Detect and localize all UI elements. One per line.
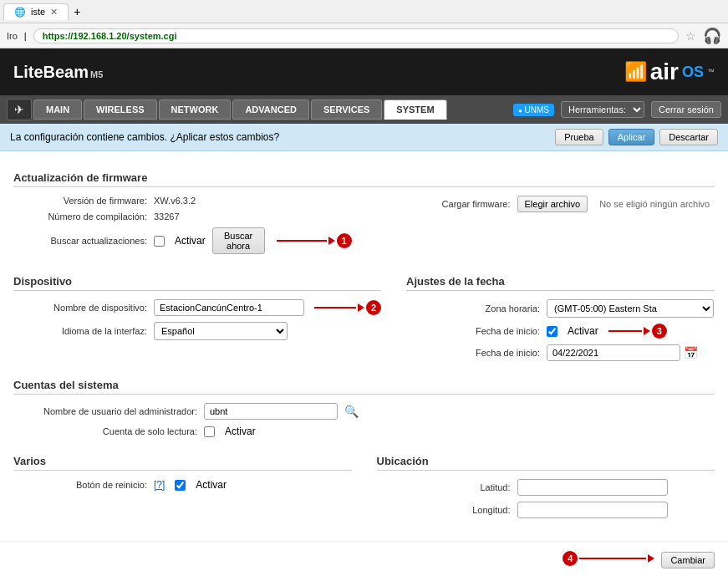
device-lang-label: Idioma de la interfaz: [13,326,147,336]
arrow1-line [277,240,327,242]
device-lang-select[interactable]: Español English [154,322,288,340]
firmware-version-row: Versión de firmware: XW.v6.3.2 [13,196,352,206]
reset-row: Botón de reinicio: [?] Activar [13,479,352,491]
lat-label: Latitud: [377,482,511,492]
firmware-check-label: Buscar actualizaciones: [13,236,147,246]
main-content: Actualización de firmware Versión de fir… [0,151,728,533]
annotation-2: 2 [366,300,381,315]
airos-text: air [650,59,679,85]
tab-network[interactable]: NETWORK [159,99,232,120]
datetime-section: Ajustes de la fecha Zona horaria: (GMT-0… [406,263,715,367]
annotation-4: 4 [563,551,578,566]
apply-button[interactable]: Aplicar [608,129,655,145]
start-date2-row: Fecha de inicio: 04/22/2021 📅 [406,344,715,361]
firmware-left: Versión de firmware: XW.v6.3.2 Número de… [13,196,352,260]
lon-label: Longitud: [377,505,511,515]
tab-system[interactable]: SYSTEM [384,99,446,120]
start-date-activate-checkbox[interactable] [547,326,557,337]
choose-file-button[interactable]: Elegir archivo [517,196,588,212]
firmware-section: Versión de firmware: XW.v6.3.2 Número de… [13,196,715,260]
tab-services[interactable]: SERVICES [311,99,382,120]
admin-user-input[interactable] [204,403,338,420]
tab-favicon: 🌐 [14,7,26,18]
firmware-version-label: Versión de firmware: [13,196,147,206]
device-datetime-row: Dispositivo Nombre de dispositivo: Estac… [13,263,715,367]
firmware-right: Cargar firmware: Elegir archivo No se el… [377,196,715,260]
readonly-checkbox[interactable] [204,426,215,437]
readonly-label: Cuenta de solo lectura: [13,426,197,436]
firmware-check-row: Buscar actualizaciones: Activar Buscar a… [13,227,352,254]
date-input[interactable] [547,344,680,361]
lat-input[interactable] [517,479,668,496]
firmware-upload-label: Cargar firmware: [377,199,511,209]
timezone-label: Zona horaria: [406,303,540,313]
alert-message: La configuración contiene cambios. ¿Apli… [10,131,279,143]
footer: 4 Cambiar [0,541,728,575]
new-tab-button[interactable]: + [69,5,85,18]
firmware-version-value: XW.v6.3.2 [154,196,196,206]
location-section: Ubicación Latitud: Longitud: [377,443,715,524]
tab-close-icon[interactable]: ✕ [50,7,58,18]
logout-button[interactable]: Cerrar sesión [651,101,721,118]
misc-section: Varios Botón de reinicio: [?] Activar [13,443,352,524]
alert-bar: La configuración contiene cambios. ¿Apli… [0,124,728,151]
location-section-title: Ubicación [377,455,715,471]
address-bar[interactable]: https://192.168.1.20/system.cgi [33,28,679,43]
firmware-build-label: Número de compilación: [13,212,147,222]
arrow2-line [314,307,356,308]
firmware-build-row: Número de compilación: 33267 [13,212,352,222]
app-header: LiteBeam M5 📶 airOS ™ [0,48,728,95]
search-now-button[interactable]: Buscar ahora [212,227,265,254]
timezone-select[interactable]: (GMT-05:00) Eastern Sta [547,299,714,318]
readonly-activate-label: Activar [225,426,256,437]
lon-row: Longitud: [377,502,715,518]
device-name-input[interactable] [154,299,304,316]
arrow3-head [644,327,650,335]
calendar-icon[interactable]: 📅 [684,346,698,359]
readonly-row: Cuenta de solo lectura: Activar [13,426,715,437]
tab-advanced[interactable]: ADVANCED [232,99,309,120]
start-date-row: Fecha de inicio: Activar 3 [406,324,715,339]
firmware-activate-label: Activar [175,235,206,247]
nav-right: ● UNMS Herramientas: Cerrar sesión [513,101,721,118]
start-date-activate-label: Activar [568,325,598,337]
tools-dropdown[interactable]: Herramientas: [561,101,644,118]
firmware-upload-row: Cargar firmware: Elegir archivo No se el… [377,196,715,212]
firmware-section-title: Actualización de firmware [13,171,715,187]
tab-main[interactable]: MAIN [33,99,82,120]
annotation-1: 1 [337,233,352,248]
unms-badge: ● UNMS [513,104,554,116]
firmware-activate-checkbox[interactable] [154,236,165,247]
device-section-title: Dispositivo [13,275,381,291]
device-name-row: Nombre de dispositivo: EstacionCancúnCen… [13,299,381,316]
discard-button[interactable]: Descartar [659,129,718,145]
wifi-icon: 📶 [624,61,647,83]
brand-name: LiteBeam [13,63,89,82]
test-button[interactable]: Prueba [555,129,603,145]
change-button[interactable]: Cambiar [661,552,715,568]
date-input-wrap: 04/22/2021 📅 [547,344,698,361]
accounts-section-title: Cuentas del sistema [13,379,715,395]
iro-text: Iro [7,31,18,41]
tab-wireless[interactable]: WIRELESS [84,99,156,120]
arrow4-head [648,554,654,563]
arrow2-head [358,303,364,312]
misc-location-row: Varios Botón de reinicio: [?] Activar Ub… [13,443,715,524]
no-file-text: No se eligió ningún archivo [599,199,710,209]
datetime-section-title: Ajustes de la fecha [406,275,715,291]
magnifier-icon[interactable]: 🔍 [344,405,359,418]
browser-tab[interactable]: 🌐 iste ✕ [3,3,69,20]
headphones-icon: 🎧 [703,27,721,45]
separator: | [24,31,27,41]
reset-activate-checkbox[interactable] [175,480,186,491]
nav-home-icon[interactable]: ✈ [7,99,32,120]
alert-buttons: Prueba Aplicar Descartar [555,129,718,145]
admin-user-row: Nombre de usuario del administrador: ubn… [13,403,715,420]
admin-user-label: Nombre de usuario del administrador: [13,406,197,416]
airos-logo: 📶 airOS ™ [624,59,715,85]
bookmark-icon[interactable]: ☆ [685,29,696,43]
lon-input[interactable] [517,502,668,518]
browser-tab-bar: 🌐 iste ✕ + [0,0,728,23]
brand-model: M5 [90,69,103,79]
arrow1-head [328,237,335,245]
